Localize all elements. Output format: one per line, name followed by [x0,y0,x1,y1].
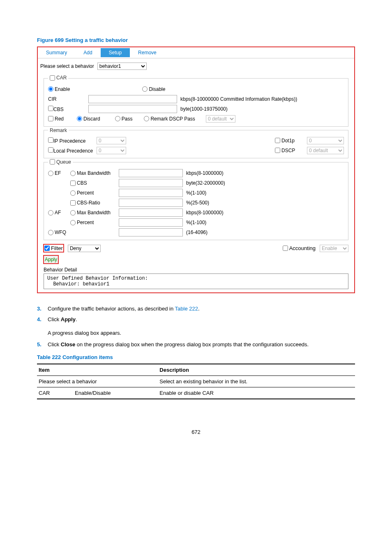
red-pass-radio[interactable] [115,116,120,121]
red-pass-label: Pass [122,116,133,122]
af-percent-hint: %(1-100) [186,220,206,225]
locp-select[interactable]: 0 [97,147,126,154]
filter-select[interactable]: Deny [68,245,101,252]
remark-legend: Remark [48,127,69,133]
car-enable-radio[interactable] [48,86,53,92]
ipp-label: IP Precedence [53,138,86,144]
red-remark-select[interactable]: 0 default [206,115,235,123]
af-percent-input[interactable] [119,218,183,227]
ef-cbs-label: CBS [77,180,87,186]
dot1p-select[interactable]: 0 [307,137,344,144]
dot1p-check[interactable] [275,138,280,143]
table-caption: Table 222 Configuration items [37,354,355,360]
red-discard-label: Discard [83,116,100,122]
af-radio[interactable] [48,210,53,216]
red-remark-label: Remark DSCP Pass [150,116,195,122]
cbs-label: CBS [53,107,64,112]
cbsratio-check[interactable] [70,200,76,206]
ef-percent-hint: %(1-100) [186,190,206,196]
filter-label: Filter [51,245,63,251]
dscp-label: DSCP [281,148,295,153]
accounting-check[interactable] [283,246,288,251]
af-maxbw-hint: kbps(8-1000000) [186,210,224,216]
red-label: Red [55,116,64,122]
af-maxbw-label: Max Bandwidth [77,210,111,216]
ef-maxbw-input[interactable] [119,169,183,177]
step-5-text: Click [48,341,61,348]
td-item-a: CAR [37,387,73,399]
step-list-2: 5. Click Close on the progress dialog bo… [37,341,355,349]
cir-label: CIR [48,96,85,102]
cir-input[interactable] [88,95,177,103]
ef-percent-label: Percent [77,190,94,196]
filter-check[interactable] [44,246,50,251]
red-remark-radio[interactable] [144,116,149,121]
step-3-text-end: . [198,306,200,312]
wfq-hint: (16-4096) [186,229,208,235]
screenshot-frame: Summary Add Setup Remove Please select a… [37,46,355,293]
ef-radio[interactable] [48,171,53,176]
remark-fieldset: Remark IP Precedence 0 Dot1p 0 Local Pre… [44,127,348,158]
cbsratio-hint: %(25-500) [186,200,209,206]
cbs-check[interactable] [48,106,53,111]
step-number: 5. [37,341,48,349]
ef-percent-radio[interactable] [70,190,76,196]
td-item-b: Enable/Disable [73,387,158,399]
queue-check[interactable] [50,159,55,165]
af-percent-radio[interactable] [70,220,76,225]
red-discard-radio[interactable] [77,116,82,121]
dot1p-label: Dot1p [281,138,295,144]
wfq-radio[interactable] [48,230,53,235]
car-disable-label: Disable [149,86,165,92]
apply-button[interactable]: Apply [44,255,58,264]
wfq-label: WFQ [55,229,66,235]
ef-cbs-hint: byte(32-2000000) [186,180,225,186]
car-disable-radio[interactable] [142,86,148,92]
locp-check[interactable] [48,147,53,153]
step-4-sub: A progress dialog box appears. [48,329,355,337]
car-enable-check[interactable] [50,75,55,81]
ef-maxbw-label: Max Bandwidth [77,170,111,176]
ipp-select[interactable]: 0 [97,137,126,144]
ef-label: EF [55,170,61,176]
cbsratio-input[interactable] [119,199,183,207]
cbs-input[interactable] [88,105,177,113]
ipp-check[interactable] [48,137,53,143]
af-maxbw-input[interactable] [119,209,183,217]
td-desc: Select an existing behavior in the list. [158,376,355,387]
car-legend: CAR [56,75,67,81]
page-number: 672 [37,429,355,435]
tab-summary[interactable]: Summary [38,48,75,57]
cir-hint: kbps(8-10000000 Committed Information Ra… [180,96,297,102]
table-222-link[interactable]: Table 222 [175,306,198,312]
figure-caption: Figure 699 Setting a traffic behavior [37,37,355,43]
step-5-text-end: on the progress dialog box when the prog… [75,341,309,348]
ef-maxbw-radio[interactable] [70,171,76,176]
af-percent-label: Percent [77,220,94,225]
ef-cbs-check[interactable] [70,181,76,186]
af-label: AF [55,210,61,216]
ef-cbs-input[interactable] [119,179,183,187]
ef-percent-input[interactable] [119,189,183,197]
behavior-detail-label: Behavior Detail [44,267,348,273]
step-5-close: Close [61,341,75,348]
td-desc: Enable or disable CAR [158,387,355,399]
behavior-detail-box: User Defined Behavior Information: Behav… [44,273,348,289]
car-fieldset: CAR Enable Disable CIR kbps(8-10000000 C… [44,75,348,127]
select-behavior-label: Please select a behavior [40,63,94,69]
tab-remove[interactable]: Remove [130,48,165,57]
tab-setup[interactable]: Setup [101,48,130,57]
th-item: Item [37,364,158,376]
dscp-check[interactable] [275,148,280,153]
red-check[interactable] [48,116,53,121]
dscp-select[interactable]: 0 default [307,147,344,154]
step-list: 3. Configure the traffic behavior action… [37,305,355,323]
step-3-text: Configure the traffic behavior actions, … [48,306,175,312]
config-table: ItemDescription Please select a behavior… [37,364,355,404]
wfq-input[interactable] [119,228,183,236]
locp-label: Local Precedence [53,148,93,154]
af-maxbw-radio[interactable] [70,210,76,216]
tab-add[interactable]: Add [75,48,100,57]
accounting-select[interactable]: Enable [320,245,348,252]
select-behavior[interactable]: behavior1 [97,63,147,70]
